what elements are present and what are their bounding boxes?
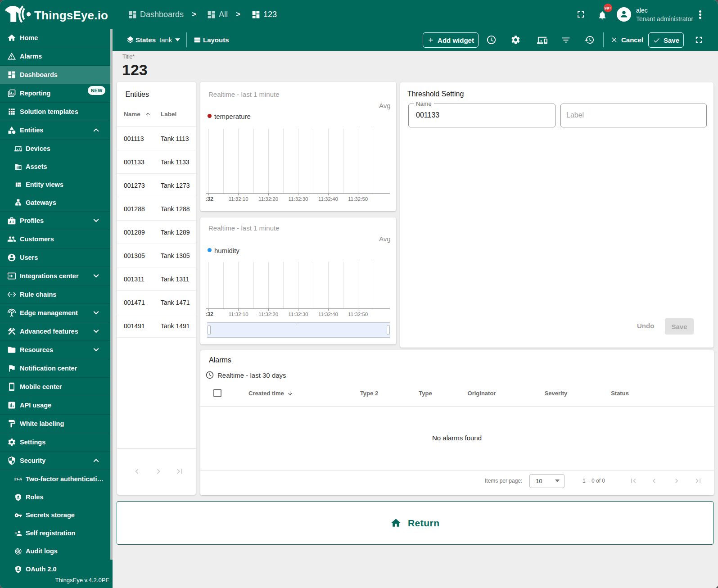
svg-text::32: :32 [205, 311, 213, 317]
svg-text:11:32:10: 11:32:10 [229, 312, 248, 317]
svg-text:11:32:50: 11:32:50 [348, 196, 368, 202]
svg-text:11:32:30: 11:32:30 [289, 196, 308, 202]
svg-text:11:32:20: 11:32:20 [258, 196, 278, 202]
svg-text:11:32:10: 11:32:10 [229, 196, 248, 202]
svg-text:11:32:30: 11:32:30 [289, 312, 308, 317]
svg-text::32: :32 [205, 196, 213, 202]
svg-text:11:32:50: 11:32:50 [348, 312, 368, 317]
svg-text:11:32:40: 11:32:40 [318, 196, 338, 202]
svg-text:11:32:20: 11:32:20 [258, 312, 278, 317]
svg-text:11:32:40: 11:32:40 [318, 312, 338, 317]
